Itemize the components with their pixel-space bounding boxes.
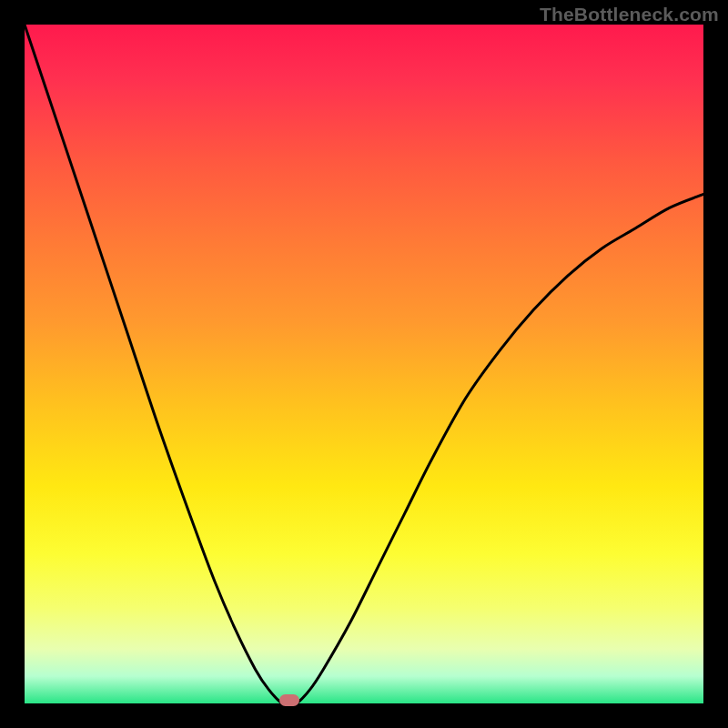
chart-frame: TheBottleneck.com <box>0 0 728 728</box>
plot-area <box>25 25 703 703</box>
bottleneck-curve <box>25 25 703 703</box>
watermark-text: TheBottleneck.com <box>540 4 719 25</box>
curve-svg <box>25 25 703 703</box>
minimum-marker <box>279 694 299 706</box>
